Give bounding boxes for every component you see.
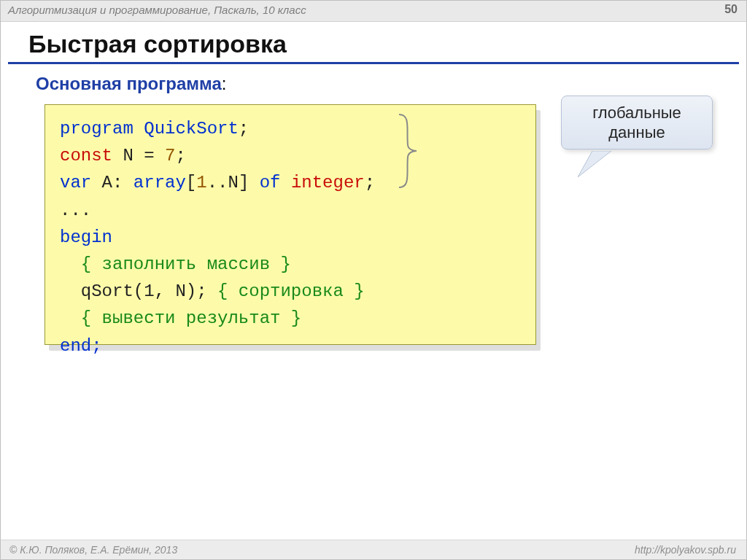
code-text: [ bbox=[186, 173, 196, 192]
number-literal: 7 bbox=[165, 146, 175, 166]
code-indent bbox=[60, 308, 81, 328]
code-content: program QuickSort; const N = 7; var A: a… bbox=[60, 115, 521, 359]
course-info: Алгоритмизация и программирование, Паска… bbox=[8, 4, 306, 16]
code-text: ] bbox=[239, 173, 260, 192]
comment-output: { вывести результат } bbox=[81, 308, 301, 328]
callout-global-data: глобальные данные bbox=[561, 96, 713, 149]
keyword-end: end; bbox=[60, 336, 102, 356]
code-text: N bbox=[112, 146, 133, 166]
keyword-begin: begin bbox=[60, 228, 112, 247]
page-number: 50 bbox=[724, 3, 738, 16]
code-text: N bbox=[228, 173, 238, 192]
keyword-var: var bbox=[60, 173, 91, 192]
code-indent bbox=[60, 254, 81, 274]
keyword-const: const bbox=[60, 146, 112, 166]
code-call-qsort: qSort(1, N); bbox=[81, 281, 217, 301]
callout-line2: данные bbox=[608, 123, 665, 141]
code-text: A: bbox=[91, 173, 133, 192]
slide: Алгоритмизация и программирование, Паска… bbox=[0, 0, 747, 560]
callout-line1: глобальные bbox=[592, 104, 681, 122]
code-text: ; bbox=[239, 119, 249, 139]
code-box: program QuickSort; const N = 7; var A: a… bbox=[44, 104, 536, 345]
keyword-program: program bbox=[60, 119, 133, 139]
code-text: .. bbox=[207, 173, 228, 192]
code-text: ; bbox=[175, 146, 185, 166]
keyword-of: of bbox=[260, 173, 281, 192]
svg-marker-0 bbox=[578, 151, 611, 177]
subtitle-colon: : bbox=[222, 74, 227, 93]
code-space bbox=[133, 119, 144, 139]
slide-title: Быстрая сортировка bbox=[28, 30, 287, 58]
number-literal: 1 bbox=[196, 173, 206, 192]
code-text: ; bbox=[365, 173, 375, 192]
footer-url: http://kpolyakov.spb.ru bbox=[635, 544, 736, 556]
code-text: = bbox=[133, 146, 165, 166]
keyword-integer: integer bbox=[291, 173, 365, 192]
curly-brace-icon bbox=[398, 112, 422, 190]
subtitle-text: Основная программа bbox=[36, 74, 222, 93]
identifier-quicksort: QuickSort bbox=[144, 119, 239, 139]
subtitle: Основная программа: bbox=[36, 74, 226, 94]
comment-fill-array: { заполнить массив } bbox=[81, 254, 291, 274]
title-underline bbox=[8, 62, 739, 64]
comment-sort: { сортировка } bbox=[217, 281, 365, 301]
code-indent bbox=[60, 281, 81, 301]
footer-copyright: © К.Ю. Поляков, Е.А. Ерёмин, 2013 bbox=[9, 544, 177, 556]
keyword-array: array bbox=[133, 173, 186, 192]
code-space bbox=[281, 173, 291, 192]
code-ellipsis: ... bbox=[60, 201, 91, 220]
